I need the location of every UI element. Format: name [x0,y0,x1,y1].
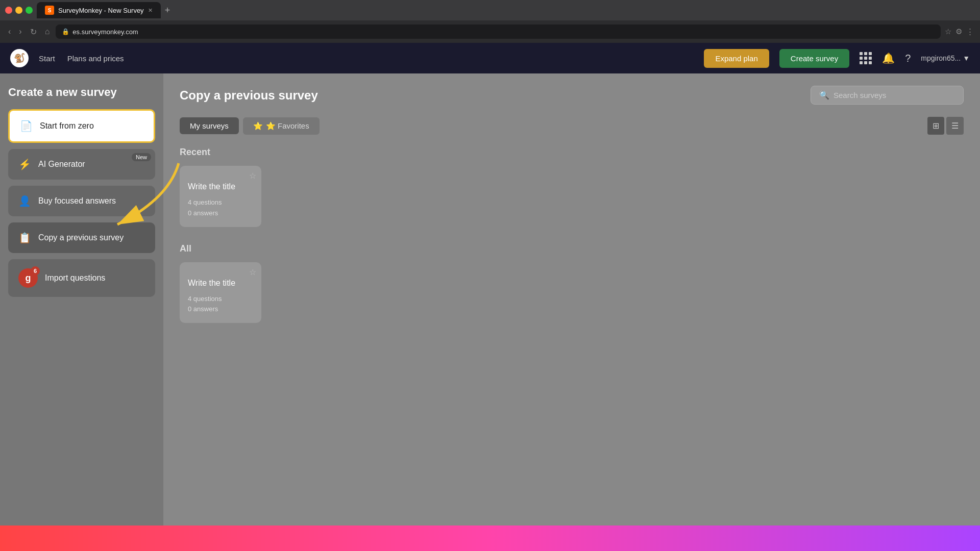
content-title: Copy a previous survey [180,88,811,103]
url-text: es.surveymonkey.com [72,28,138,36]
gradient-footer [0,525,980,551]
card-star-icon-all[interactable]: ☆ [249,267,256,277]
sidebar-title: Create a new survey [8,86,155,99]
sidebar-item-start-from-zero[interactable]: 📄 Start from zero [8,109,155,143]
nav-links: Start Plans and prices [39,54,124,63]
reload-button[interactable]: ↻ [28,25,39,39]
list-view-button[interactable]: ☰ [946,117,964,135]
top-nav: 🐒 Start Plans and prices Expand plan Cre… [0,43,980,73]
logo-icon: 🐒 [14,53,25,64]
create-survey-button[interactable]: Create survey [779,49,849,68]
person-icon: 👤 [18,195,31,207]
all-section-label: All [180,243,964,254]
nav-plans[interactable]: Plans and prices [67,54,124,63]
tabs-row: My surveys ⭐ ⭐ Favorites ⊞ ☰ [180,117,964,135]
address-bar[interactable]: 🔒 es.surveymonkey.com [56,24,941,39]
tab-favicon: S [45,6,54,15]
content-area: Copy a previous survey 🔍 My surveys ⭐ ⭐ … [163,73,980,525]
search-icon: 🔍 [819,90,829,100]
address-bar-row: ‹ › ↻ ⌂ 🔒 es.surveymonkey.com ☆ ⚙ ⋮ [0,20,980,43]
start-from-zero-label: Start from zero [40,121,94,131]
browser-action-icons: ☆ ⚙ ⋮ [945,27,974,36]
bookmark-icon[interactable]: ☆ [945,27,951,36]
card-title: Write the title [188,182,253,191]
user-menu[interactable]: mpgiron65... ▼ [921,54,970,62]
tab-close-button[interactable]: ✕ [148,7,153,14]
nav-start[interactable]: Start [39,54,55,63]
card-questions-all: 4 questions [188,294,253,305]
expand-plan-button[interactable]: Expand plan [704,49,769,68]
survey-card-recent-0[interactable]: ☆ Write the title 4 questions 0 answers [180,166,261,227]
close-window-button[interactable] [5,7,12,14]
notification-badge: 6 [31,266,40,276]
minimize-window-button[interactable] [15,7,22,14]
app-logo[interactable]: 🐒 [10,49,29,67]
help-icon[interactable]: ? [905,53,911,64]
copy-icon: 📋 [18,232,31,244]
recent-cards-grid: ☆ Write the title 4 questions 0 answers [180,166,964,227]
document-icon: 📄 [20,120,33,132]
sidebar-item-copy-previous[interactable]: 📋 Copy a previous survey [8,222,155,253]
grid-view-button[interactable]: ⊞ [927,117,944,135]
buy-focused-label: Buy focused answers [38,196,116,206]
tab-title: SurveyMonkey - New Survey [58,7,144,14]
maximize-window-button[interactable] [26,7,33,14]
traffic-lights [5,7,33,14]
active-tab[interactable]: S SurveyMonkey - New Survey ✕ [37,2,161,18]
sidebar-item-import[interactable]: g 6 Import questions [8,259,155,297]
survey-card-all-0[interactable]: ☆ Write the title 4 questions 0 answers [180,262,261,323]
forward-button[interactable]: › [17,25,23,38]
back-button[interactable]: ‹ [6,25,13,38]
import-label: Import questions [45,273,105,283]
view-toggle: ⊞ ☰ [927,117,964,135]
search-input[interactable] [834,91,955,99]
search-box[interactable]: 🔍 [811,86,964,105]
all-cards-grid: ☆ Write the title 4 questions 0 answers [180,262,964,323]
tab-my-surveys[interactable]: My surveys [180,117,239,134]
notifications-icon[interactable]: 🔔 [882,52,895,64]
user-dropdown-icon: ▼ [963,54,970,62]
extensions-icon[interactable]: ⚙ [955,27,962,36]
card-answers-all: 0 answers [188,304,253,315]
content-header: Copy a previous survey 🔍 [180,86,964,105]
new-tab-button[interactable]: + [165,5,170,16]
new-badge: New [132,153,151,161]
recent-section-label: Recent [180,147,964,158]
main-area: Create a new survey 📄 Start from zero ⚡ … [0,73,980,525]
ai-icon: ⚡ [18,158,31,170]
tab-favorites[interactable]: ⭐ ⭐ Favorites [243,117,320,135]
menu-icon[interactable]: ⋮ [966,27,974,36]
import-icon-wrapper: g 6 [18,268,38,288]
card-answers: 0 answers [188,208,253,219]
secure-icon: 🔒 [62,28,69,35]
star-icon: ⭐ [253,121,263,131]
card-title-all: Write the title [188,279,253,288]
home-button[interactable]: ⌂ [43,25,52,38]
app-container: 🐒 Start Plans and prices Expand plan Cre… [0,43,980,551]
sidebar-item-buy-focused[interactable]: 👤 Buy focused answers [8,186,155,216]
ai-generator-label: AI Generator [38,160,85,169]
username-label: mpgiron65... [921,54,961,62]
card-questions: 4 questions [188,197,253,208]
copy-previous-label: Copy a previous survey [38,233,124,242]
card-star-icon[interactable]: ☆ [249,171,256,181]
sidebar-item-ai-generator[interactable]: ⚡ AI Generator New [8,149,155,180]
apps-grid-icon[interactable] [860,52,872,64]
tab-bar: S SurveyMonkey - New Survey ✕ + [0,0,980,20]
sidebar: Create a new survey 📄 Start from zero ⚡ … [0,73,163,525]
